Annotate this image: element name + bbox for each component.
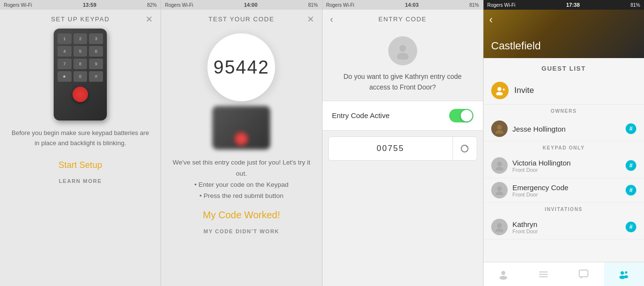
key-6: 6 xyxy=(89,46,103,57)
svg-rect-19 xyxy=(579,270,588,277)
emergency-badge[interactable]: # xyxy=(626,185,636,196)
emergency-avatar xyxy=(491,182,508,198)
panel-1-header: SET UP KEYPAD ✕ xyxy=(0,10,161,29)
person-add-icon xyxy=(495,86,505,95)
keypad-keys: 1 2 3 4 5 6 7 8 9 ★ 0 # xyxy=(58,33,103,82)
key-2: 2 xyxy=(73,33,88,44)
emergency-code-row[interactable]: Emergency Code Front Door # xyxy=(483,178,644,203)
owners-section-header: OWNERS xyxy=(483,105,644,117)
back-button-4[interactable]: ‹ xyxy=(489,14,493,26)
time-4: 17:38 xyxy=(566,2,580,8)
svg-point-23 xyxy=(625,271,628,273)
key-7: 7 xyxy=(58,59,72,69)
victoria-row[interactable]: Victoria Hollington Front Door # xyxy=(483,153,644,178)
jesse-name: Jesse Hollington xyxy=(512,125,621,133)
nav-list-item[interactable] xyxy=(524,262,564,286)
code-circle: 95442 xyxy=(207,33,275,101)
svg-point-8 xyxy=(497,162,502,166)
guest-list-content: GUEST LIST Invite OWNERS xyxy=(483,58,644,262)
victoria-person-icon xyxy=(495,161,504,170)
svg-point-12 xyxy=(497,223,502,228)
carrier-1: Rogers Wi-Fi xyxy=(4,2,32,8)
victoria-name: Victoria Hollington xyxy=(512,159,621,167)
panel-2-title: TEST YOUR CODE xyxy=(208,15,274,23)
entry-code-toggle[interactable] xyxy=(449,109,473,122)
svg-rect-16 xyxy=(539,271,548,272)
emergency-name: Emergency Code xyxy=(512,183,621,192)
key-hash: # xyxy=(89,71,103,82)
kathryn-badge[interactable]: # xyxy=(626,222,636,232)
start-setup-button[interactable]: Start Setup xyxy=(0,156,161,174)
kathryn-sublabel: Front Door xyxy=(512,228,621,234)
panel-1-title: SET UP KEYPAD xyxy=(51,15,109,23)
learn-more-button[interactable]: LEARN MORE xyxy=(0,174,161,188)
victoria-sublabel: Front Door xyxy=(512,167,621,173)
test-code-panel: Rogers Wi-Fi 14:00 81% TEST YOUR CODE ✕ … xyxy=(161,0,322,286)
panel-3-title: ENTRY CODE xyxy=(379,15,427,23)
nav-people-item[interactable] xyxy=(604,262,644,286)
battery-1: 82% xyxy=(147,2,157,8)
keypad-only-section-header: KEYPAD ONLY xyxy=(483,141,644,153)
guest-list-section-title: GUEST LIST xyxy=(483,58,644,77)
setup-description: Before you begin make sure keypad batter… xyxy=(0,120,161,156)
refresh-code-button[interactable] xyxy=(453,137,477,160)
emergency-person-icon xyxy=(495,185,504,195)
victoria-badge[interactable]: # xyxy=(626,160,636,171)
emergency-info: Emergency Code Front Door xyxy=(512,183,621,197)
jesse-info: Jesse Hollington xyxy=(512,125,621,133)
list-nav-icon xyxy=(538,269,549,280)
setup-keypad-panel: Rogers Wi-Fi 13:59 82% SET UP KEYPAD ✕ 1… xyxy=(0,0,161,286)
entry-code-display: 95442 xyxy=(214,57,270,78)
entry-question-text: Do you want to give Kathryn entry code a… xyxy=(322,71,483,101)
svg-marker-20 xyxy=(581,277,583,279)
svg-point-15 xyxy=(499,276,507,280)
kathryn-info: Kathryn Front Door xyxy=(512,220,621,234)
svg-point-22 xyxy=(619,275,625,279)
chat-nav-icon xyxy=(578,269,589,280)
castlefield-panel: Rogers Wi-Fi 17:38 81% ‹ Castlefield GUE… xyxy=(483,0,644,286)
castlefield-header: ‹ Castlefield xyxy=(483,10,644,58)
person-silhouette-icon xyxy=(394,42,411,60)
code-input-row: 00755 xyxy=(328,136,477,161)
svg-point-9 xyxy=(496,167,503,170)
entry-code-toggle-row: Entry Code Active xyxy=(322,101,483,131)
back-button-3[interactable]: ‹ xyxy=(330,14,334,25)
time-1: 13:59 xyxy=(83,2,96,8)
blurred-red-button xyxy=(234,132,248,146)
key-4: 4 xyxy=(58,46,72,57)
instructions-text: We've set this entry code just for you! … xyxy=(161,150,322,206)
nav-chat-item[interactable] xyxy=(564,262,604,286)
nav-person-item[interactable] xyxy=(483,262,524,286)
code-not-worked-button[interactable]: MY CODE DIDN'T WORK xyxy=(161,225,322,238)
status-bar-4: Rogers Wi-Fi 17:38 81% xyxy=(483,0,644,10)
svg-point-3 xyxy=(496,92,503,95)
svg-rect-18 xyxy=(539,276,548,277)
close-button-1[interactable]: ✕ xyxy=(146,14,153,25)
victoria-info: Victoria Hollington Front Door xyxy=(512,159,621,173)
time-2: 14:00 xyxy=(244,2,257,8)
battery-4: 81% xyxy=(630,2,640,8)
emergency-sublabel: Front Door xyxy=(512,192,621,197)
user-avatar xyxy=(388,36,417,65)
header-overlay: Castlefield xyxy=(483,36,644,58)
kathryn-row[interactable]: Kathryn Front Door # xyxy=(483,215,644,240)
status-bar-1: Rogers Wi-Fi 13:59 82% xyxy=(0,0,161,10)
keypad-image: 1 2 3 4 5 6 7 8 9 ★ 0 # xyxy=(54,29,107,120)
code-worked-button[interactable]: My Code Worked! xyxy=(161,206,322,225)
key-0: 0 xyxy=(73,71,88,82)
key-5: 5 xyxy=(73,46,88,57)
jesse-hollington-row[interactable]: Jesse Hollington # xyxy=(483,117,644,141)
toggle-knob xyxy=(461,110,472,121)
jesse-badge[interactable]: # xyxy=(626,123,636,134)
victoria-avatar xyxy=(491,157,508,174)
castlefield-title: Castlefield xyxy=(491,40,636,52)
kathryn-name: Kathryn xyxy=(512,220,621,228)
red-submit-button xyxy=(73,87,88,102)
battery-3: 81% xyxy=(469,2,479,8)
invite-row[interactable]: Invite xyxy=(483,77,644,105)
svg-point-21 xyxy=(621,271,624,274)
svg-point-6 xyxy=(497,125,502,130)
keypad-device: 1 2 3 4 5 6 7 8 9 ★ 0 # xyxy=(54,29,107,120)
close-button-2[interactable]: ✕ xyxy=(307,14,314,25)
invite-icon xyxy=(491,82,509,99)
